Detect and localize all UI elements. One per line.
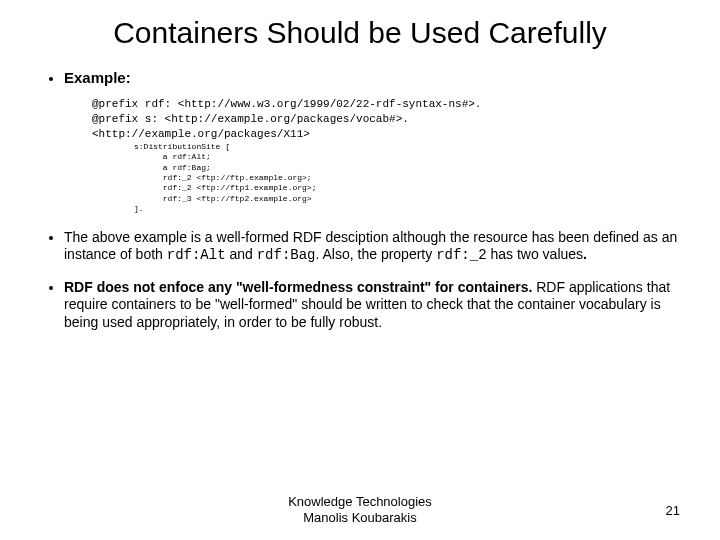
footer-line1: Knowledge Technologies <box>288 494 432 509</box>
slide: Containers Should be Used Carefully Exam… <box>0 0 720 540</box>
bullet-explanation-1: The above example is a well-formed RDF d… <box>64 229 680 265</box>
footer: Knowledge Technologies Manolis Koubaraki… <box>0 494 720 527</box>
para1-code-bag: rdf:Bag <box>257 247 316 263</box>
bullet-example: Example: @prefix rdf: <http://www.w3.org… <box>64 69 680 215</box>
para2-bold: RDF does not enfoce any "well-formedness… <box>64 279 532 295</box>
bullet-list: Example: @prefix rdf: <http://www.w3.org… <box>40 69 680 332</box>
para1-text-b: and <box>226 246 257 262</box>
example-label: Example: <box>64 69 131 86</box>
footer-line2: Manolis Koubarakis <box>303 510 416 525</box>
slide-title: Containers Should be Used Carefully <box>40 16 680 51</box>
code-block-prefixes: @prefix rdf: <http://www.w3.org/1999/02/… <box>92 97 680 142</box>
code-block-body: s:DistributionSite [ a rdf:Alt; a rdf:Ba… <box>134 142 680 215</box>
para1-text-d: has two values <box>487 246 584 262</box>
para1-code-alt: rdf:Alt <box>167 247 226 263</box>
para1-code-rdf2: rdf:_2 <box>436 247 486 263</box>
bullet-explanation-2: RDF does not enfoce any "well-formedness… <box>64 279 680 332</box>
page-number: 21 <box>666 503 680 518</box>
para1-period: . <box>583 246 587 262</box>
para1-text-c: . Also, the property <box>316 246 437 262</box>
